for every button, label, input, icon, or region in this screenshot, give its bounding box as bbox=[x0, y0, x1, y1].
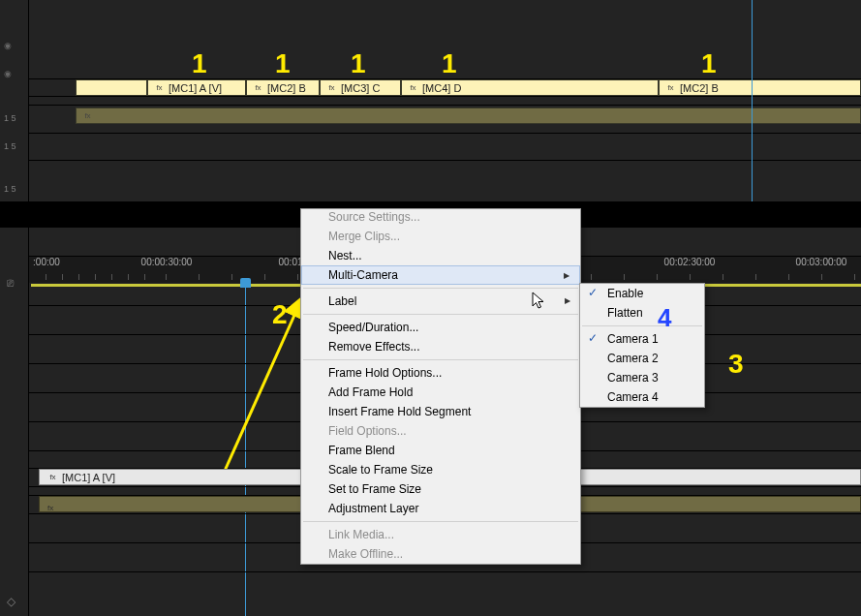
menu-item-add-frame-hold[interactable]: Add Frame Hold bbox=[301, 383, 580, 402]
audio-track-clips: fx bbox=[76, 108, 861, 124]
visibility-toggle-icon[interactable]: ◉ bbox=[4, 41, 12, 50]
menu-separator bbox=[303, 521, 578, 522]
menu-item-remove-effects[interactable]: Remove Effects... bbox=[301, 337, 580, 356]
fx-badge-icon: fx bbox=[253, 82, 263, 93]
audio-clip[interactable]: fx bbox=[76, 108, 861, 124]
clip[interactable]: fx[MC2] B bbox=[659, 79, 861, 96]
clip-label: [MC1] A [V] bbox=[169, 82, 222, 94]
clip-label: [MC2] B bbox=[267, 82, 306, 94]
multi-camera-submenu: Enable Flatten Camera 1 Camera 2 Camera … bbox=[579, 283, 705, 408]
fx-badge-icon: fx bbox=[47, 473, 58, 481]
menu-item-set-to-frame-size[interactable]: Set to Frame Size bbox=[301, 479, 580, 499]
upper-track-gutter: ◉ ◉ 1 5 1 5 1 5 bbox=[0, 0, 29, 201]
submenu-item-enable[interactable]: Enable bbox=[580, 284, 704, 303]
clip-label: [MC2] B bbox=[680, 82, 719, 94]
menu-item-label[interactable]: Label bbox=[301, 292, 580, 311]
menu-separator bbox=[303, 359, 578, 360]
annotation-number: 1 bbox=[275, 48, 291, 79]
playhead[interactable] bbox=[752, 0, 753, 201]
clip[interactable]: fx[MC4] D bbox=[401, 79, 659, 96]
clip[interactable]: fx[MC2] B bbox=[246, 79, 320, 96]
track-patch-label[interactable]: 1 5 bbox=[4, 113, 16, 123]
fx-badge-icon: fx bbox=[154, 82, 165, 93]
submenu-item-camera2[interactable]: Camera 2 bbox=[580, 349, 704, 368]
menu-item-frame-hold-options[interactable]: Frame Hold Options... bbox=[301, 363, 580, 383]
menu-item-link-media[interactable]: Link Media... bbox=[301, 525, 580, 544]
track-patch-label[interactable]: 1 5 bbox=[4, 184, 16, 194]
menu-item-nest[interactable]: Nest... bbox=[301, 246, 580, 265]
menu-item-source-settings[interactable]: Source Settings... bbox=[301, 209, 580, 227]
submenu-item-camera4[interactable]: Camera 4 bbox=[580, 387, 704, 407]
annotation-number: 3 bbox=[728, 349, 744, 380]
menu-item-scale-to-frame-size[interactable]: Scale to Frame Size bbox=[301, 460, 580, 479]
fx-badge-icon: fx bbox=[408, 82, 418, 93]
menu-item-frame-blend[interactable]: Frame Blend bbox=[301, 441, 580, 460]
video-track-clips: fx[MC1] A [V] fx[MC2] B fx[MC3] C fx[MC4… bbox=[76, 79, 861, 96]
ruler-label: 00:02:30:00 bbox=[664, 257, 716, 267]
upper-timeline-panel: ◉ ◉ 1 5 1 5 1 5 1 1 1 1 1 fx[MC1] A [V] … bbox=[0, 0, 861, 201]
menu-separator bbox=[303, 288, 578, 289]
ruler-label: :00:00 bbox=[33, 257, 60, 267]
submenu-item-flatten[interactable]: Flatten bbox=[580, 303, 704, 323]
submenu-item-camera3[interactable]: Camera 3 bbox=[580, 368, 704, 387]
clip-label: [MC3] C bbox=[341, 82, 380, 94]
fx-badge-icon: fx bbox=[47, 504, 53, 512]
playhead[interactable] bbox=[245, 279, 246, 616]
ruler-label: 00:03:00:00 bbox=[796, 257, 847, 267]
clip-label: [MC4] D bbox=[422, 82, 461, 94]
annotation-number: 1 bbox=[351, 48, 366, 79]
menu-item-merge-clips[interactable]: Merge Clips... bbox=[301, 227, 580, 246]
fx-badge-icon: fx bbox=[82, 110, 93, 121]
clip-label: [MC1] A [V] bbox=[62, 472, 115, 483]
fx-badge-icon: fx bbox=[326, 82, 337, 93]
ruler-label: 00:00:30:00 bbox=[141, 257, 193, 267]
annotation-number: 1 bbox=[701, 48, 717, 79]
clip[interactable]: fx[MC1] A [V] bbox=[147, 79, 246, 96]
snap-tool-icon[interactable]: ⎚ bbox=[7, 276, 14, 290]
annotation-number: 1 bbox=[442, 48, 457, 79]
fx-badge-icon: fx bbox=[665, 82, 676, 93]
context-menu: Source Settings... Merge Clips... Nest..… bbox=[300, 208, 581, 565]
annotation-number: 2 bbox=[272, 299, 288, 330]
marker-tool-icon[interactable]: ◇ bbox=[7, 595, 15, 608]
annotation-number: 1 bbox=[192, 48, 207, 79]
submenu-item-camera1[interactable]: Camera 1 bbox=[580, 329, 704, 349]
visibility-toggle-icon[interactable]: ◉ bbox=[4, 69, 12, 78]
menu-separator bbox=[582, 325, 702, 326]
track-patch-label[interactable]: 1 5 bbox=[4, 141, 16, 151]
clip[interactable]: fx[MC3] C bbox=[320, 79, 401, 96]
menu-separator bbox=[303, 314, 578, 315]
menu-item-speed-duration[interactable]: Speed/Duration... bbox=[301, 318, 580, 337]
clip-leading-segment[interactable] bbox=[76, 79, 147, 96]
menu-item-insert-frame-hold-segment[interactable]: Insert Frame Hold Segment bbox=[301, 402, 580, 421]
ruler-label: 00:01 bbox=[278, 257, 302, 267]
menu-item-adjustment-layer[interactable]: Adjustment Layer bbox=[301, 499, 580, 518]
menu-item-multi-camera[interactable]: Multi-Camera bbox=[301, 265, 580, 285]
menu-item-field-options[interactable]: Field Options... bbox=[301, 421, 580, 441]
menu-item-make-offline[interactable]: Make Offline... bbox=[301, 544, 580, 564]
lower-gutter: ⎚ ◇ bbox=[0, 228, 29, 616]
svg-line-0 bbox=[221, 311, 296, 479]
